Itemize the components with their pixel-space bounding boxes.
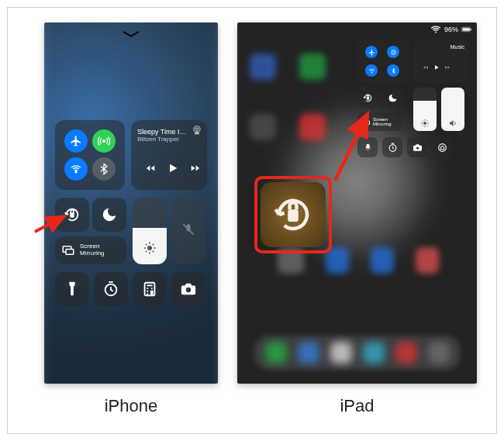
bluetooth-button[interactable]: [92, 157, 116, 181]
svg-rect-6: [66, 250, 74, 255]
svg-rect-13: [463, 28, 470, 30]
image-frame: Sleepy Time In… Blitzen Trapper: [7, 7, 497, 434]
silent-mode-button[interactable]: [357, 137, 378, 157]
airdrop-button[interactable]: [387, 46, 399, 58]
svg-point-16: [392, 51, 395, 53]
wifi-button[interactable]: [64, 157, 88, 181]
screen-mirroring-label: Screen Mirroring: [373, 117, 392, 126]
svg-point-24: [438, 143, 446, 151]
ipad-status-bar: 96%: [430, 26, 472, 33]
svg-point-1: [75, 171, 77, 173]
brightness-slider[interactable]: [133, 198, 167, 264]
play-button[interactable]: [167, 162, 179, 177]
ipad-caption: iPad: [237, 396, 477, 416]
svg-rect-4: [70, 212, 74, 217]
iphone-screenshot: Sleepy Time In… Blitzen Trapper: [44, 22, 218, 384]
chevron-down-icon[interactable]: [123, 27, 140, 41]
now-playing-title: Sleepy Time In…: [137, 128, 188, 136]
next-track-button[interactable]: [444, 60, 450, 74]
iphone-caption: iPhone: [44, 396, 218, 416]
next-track-button[interactable]: [190, 163, 201, 177]
volume-slider[interactable]: [171, 198, 205, 264]
svg-point-7: [147, 246, 152, 250]
flashlight-button[interactable]: [55, 272, 89, 306]
screen-mirroring-button[interactable]: Screen Mirroring: [55, 236, 126, 264]
svg-rect-18: [366, 96, 368, 99]
music-player-tile[interactable]: Music: [413, 40, 469, 83]
svg-point-10: [186, 288, 191, 292]
iphone-panel: Sleepy Time In… Blitzen Trapper: [44, 22, 218, 416]
play-button[interactable]: [433, 60, 440, 74]
calculator-button[interactable]: [133, 272, 167, 306]
rotation-lock-button[interactable]: [357, 88, 378, 108]
svg-point-0: [103, 140, 105, 143]
screen-mirroring-label: Screen Mirroring: [80, 243, 105, 257]
ipad-screenshot: 96% Music: [237, 22, 477, 384]
camera-button[interactable]: [407, 137, 427, 157]
screen-mirroring-button[interactable]: Screen Mirroring: [357, 112, 402, 131]
airplane-mode-button[interactable]: [365, 46, 378, 58]
connectivity-group[interactable]: [357, 40, 409, 83]
previous-track-button[interactable]: [145, 163, 156, 177]
cellular-data-button[interactable]: [92, 129, 116, 153]
airplane-mode-button[interactable]: [64, 129, 88, 153]
timer-button[interactable]: [382, 137, 402, 157]
volume-slider[interactable]: [441, 88, 464, 131]
svg-point-15: [391, 50, 395, 54]
brightness-slider[interactable]: [413, 88, 437, 131]
svg-rect-14: [471, 29, 471, 30]
svg-point-23: [416, 146, 418, 149]
previous-track-button[interactable]: [423, 60, 429, 74]
svg-point-17: [371, 71, 371, 72]
do-not-disturb-button[interactable]: [382, 88, 402, 108]
rotation-lock-button[interactable]: [55, 198, 89, 232]
camera-button[interactable]: [171, 272, 205, 306]
volume-icon: [448, 119, 457, 128]
svg-rect-20: [364, 121, 370, 125]
wifi-icon: [430, 26, 441, 33]
battery-icon: [461, 26, 472, 33]
music-label: Music: [450, 44, 464, 50]
home-button[interactable]: [432, 137, 452, 157]
airplay-icon[interactable]: [192, 125, 202, 139]
ipad-control-center: Music Screen Mirroring: [357, 40, 471, 187]
timer-button[interactable]: [94, 272, 128, 306]
mute-icon: [181, 222, 196, 240]
battery-percent: 96%: [444, 26, 458, 33]
ipad-dock: [254, 336, 461, 370]
bluetooth-button[interactable]: [387, 64, 399, 77]
music-player-tile[interactable]: Sleepy Time In… Blitzen Trapper: [131, 120, 207, 190]
svg-point-3: [195, 128, 198, 131]
now-playing-artist: Blitzen Trapper: [137, 136, 188, 143]
wifi-button[interactable]: [365, 64, 378, 77]
do-not-disturb-button[interactable]: [92, 198, 126, 232]
brightness-icon: [143, 241, 157, 258]
svg-point-11: [435, 32, 437, 33]
ipad-panel: 96% Music: [237, 22, 477, 416]
svg-point-21: [423, 122, 426, 125]
connectivity-group[interactable]: [55, 120, 125, 190]
brightness-icon: [420, 119, 430, 128]
